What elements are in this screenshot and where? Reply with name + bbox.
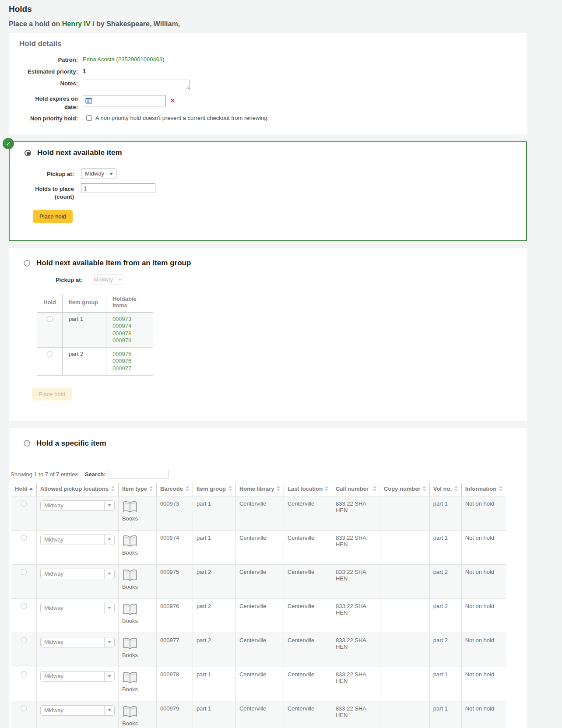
hold-specific-item-radio[interactable] xyxy=(24,440,30,447)
barcode-cell: 000977 xyxy=(156,633,193,667)
item-row-radio[interactable] xyxy=(21,535,27,541)
non-priority-text: A non priority hold doesn't prevent a cu… xyxy=(95,114,267,121)
col-home-library[interactable]: Home library xyxy=(235,483,284,496)
priority-label: Estimated priority: xyxy=(19,67,83,76)
non-priority-row: Non priority hold: A non priority hold d… xyxy=(19,114,516,123)
item-row-radio[interactable] xyxy=(21,603,27,609)
holdable-item-link[interactable]: 000976 xyxy=(112,358,148,365)
item-group-body: part 1 000973000974000978000979 part 2 0… xyxy=(37,313,153,376)
group-pickup-at-label: Pickup at: xyxy=(9,274,90,284)
holdable-items-list: 000973000974000978000979 xyxy=(106,313,153,348)
home-library-cell: Centerville xyxy=(235,633,284,667)
item-row-radio[interactable] xyxy=(21,637,27,644)
hold-item-group-radio[interactable] xyxy=(24,260,30,267)
col-hold[interactable]: Hold xyxy=(11,483,36,496)
item-type-label: Books xyxy=(122,686,138,693)
group-row-radio[interactable] xyxy=(46,316,53,322)
book-icon xyxy=(122,603,138,616)
hold-next-available-radio[interactable] xyxy=(25,150,31,156)
col-copy-number[interactable]: Copy number xyxy=(380,483,429,496)
information-cell: Not on hold xyxy=(461,564,506,598)
row-pickup-value: Midway xyxy=(41,569,104,579)
holdable-item-link[interactable]: 000975 xyxy=(112,351,148,358)
item-row-radio[interactable] xyxy=(21,671,27,678)
non-priority-label: Non priority hold: xyxy=(19,114,83,123)
copy-number-cell xyxy=(380,633,429,667)
sort-icon xyxy=(29,488,33,490)
holdable-item-link[interactable]: 000977 xyxy=(112,365,148,372)
item-row-radio[interactable] xyxy=(21,569,27,575)
item-type-label: Books xyxy=(122,720,138,727)
item-group-cell: part 1 xyxy=(193,667,235,701)
row-pickup-value: Midway xyxy=(41,501,104,510)
row-pickup-select[interactable]: Midway xyxy=(40,637,115,647)
vol-no-cell: part 1 xyxy=(429,530,461,564)
table-row: Midway Books 000978 part 1 Centerville xyxy=(11,667,506,701)
call-number-cell: 833.22 SHA HEN xyxy=(332,564,380,598)
row-pickup-select[interactable]: Midway xyxy=(40,500,115,511)
col-allowed-pickup[interactable]: Allowed pickup locations xyxy=(36,483,118,496)
col-call-number[interactable]: Call number xyxy=(332,483,380,496)
sort-icon xyxy=(373,486,376,491)
item-type-label: Books xyxy=(122,584,138,590)
patron-label: Patron: xyxy=(19,55,83,64)
col-last-location[interactable]: Last location xyxy=(284,483,332,496)
barcode-cell: 000979 xyxy=(156,701,193,728)
sort-icon xyxy=(149,486,153,491)
col-vol-no[interactable]: Vol no. xyxy=(429,483,461,496)
row-pickup-select[interactable]: Midway xyxy=(40,535,115,545)
item-row-radio[interactable] xyxy=(21,500,27,507)
table-row: Midway Books 000977 part 2 Centerville xyxy=(11,633,506,667)
information-cell: Not on hold xyxy=(461,701,506,728)
expiration-date-input[interactable] xyxy=(83,95,166,106)
copy-number-cell xyxy=(380,564,429,598)
group-pickup-value: Midway xyxy=(90,275,115,285)
row-pickup-select[interactable]: Midway xyxy=(40,705,115,716)
row-pickup-select[interactable]: Midway xyxy=(40,569,115,579)
col-item-group[interactable]: Item group xyxy=(193,483,235,496)
book-icon xyxy=(122,671,138,684)
copy-number-cell xyxy=(380,496,429,530)
notes-label: Notes: xyxy=(19,79,83,88)
chevron-down-icon xyxy=(104,603,114,613)
page-title: Holds xyxy=(9,4,553,14)
call-number-cell: 833.22 SHA HEN xyxy=(332,667,380,701)
chevron-down-icon xyxy=(104,637,114,647)
page-subtitle: Place a hold on Henry IV / by Shakespear… xyxy=(9,20,553,28)
home-library-cell: Centerville xyxy=(235,530,284,564)
col-information[interactable]: Information xyxy=(461,483,506,496)
biblio-title-link[interactable]: Henry IV / xyxy=(62,20,95,28)
pickup-location-select[interactable]: Midway xyxy=(81,169,116,179)
information-cell: Not on hold xyxy=(461,633,506,667)
row-pickup-select[interactable]: Midway xyxy=(40,603,115,613)
col-item-type[interactable]: Item type xyxy=(118,483,156,496)
vol-no-cell: part 2 xyxy=(429,598,461,633)
information-cell: Not on hold xyxy=(461,496,506,530)
notes-input[interactable] xyxy=(83,80,190,90)
holds-count-input[interactable] xyxy=(81,183,155,193)
holdable-items-list: 000975000976000977 xyxy=(106,348,153,376)
sort-icon xyxy=(277,486,280,491)
home-library-cell: Centerville xyxy=(235,564,284,598)
item-group-cell: part 2 xyxy=(193,564,235,598)
patron-row: Patron: Edna Acosta (23529001000463) xyxy=(19,55,516,64)
holdable-item-link[interactable]: 000974 xyxy=(112,323,148,330)
vol-no-cell: part 1 xyxy=(429,701,461,728)
search-input[interactable] xyxy=(109,470,169,479)
patron-link[interactable]: Edna Acosta (23529001000463) xyxy=(83,56,165,63)
row-pickup-select[interactable]: Midway xyxy=(40,671,115,682)
item-row-radio[interactable] xyxy=(21,705,27,712)
copy-number-cell xyxy=(380,598,429,633)
book-icon xyxy=(122,500,138,513)
holdable-item-link[interactable]: 000979 xyxy=(112,337,148,344)
holdable-item-link[interactable]: 000978 xyxy=(112,330,148,337)
non-priority-checkbox[interactable] xyxy=(86,115,92,121)
last-location-cell: Centerville xyxy=(284,667,332,701)
place-hold-button[interactable]: Place hold xyxy=(33,210,73,223)
close-icon[interactable]: ✕ xyxy=(170,97,176,105)
holdable-item-link[interactable]: 000973 xyxy=(112,316,148,323)
table-row: Midway Books 000979 part 1 Centerville xyxy=(11,701,506,728)
col-barcode[interactable]: Barcode xyxy=(156,483,193,496)
expires-row: Hold expires on date: ✕ xyxy=(19,94,516,112)
group-row-radio[interactable] xyxy=(46,351,53,357)
